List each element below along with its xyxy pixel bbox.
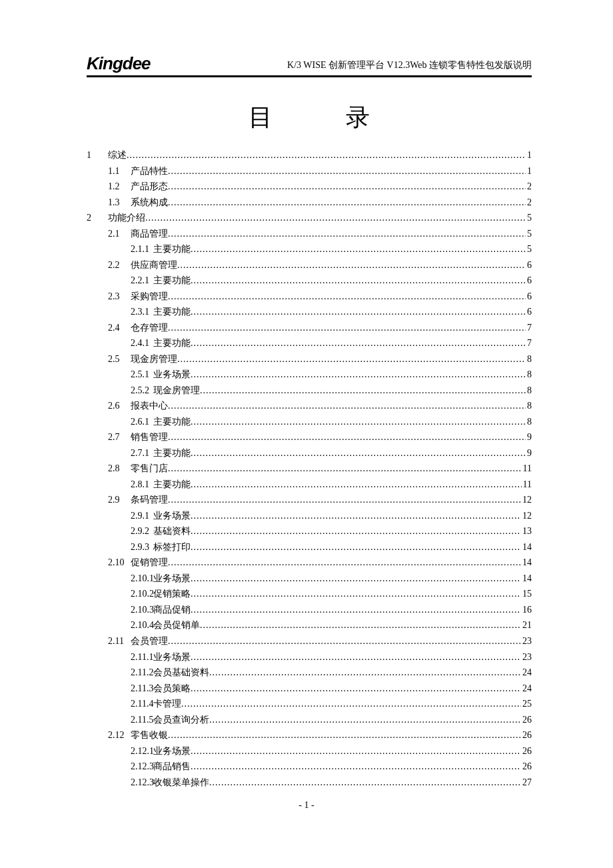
toc-leader-dots (168, 727, 521, 743)
toc-subsection-num: 2.9.3 (87, 539, 153, 555)
toc-leader-dots (191, 335, 526, 351)
toc-leader-dots (168, 289, 526, 305)
toc-label: 供应商管理 (131, 257, 177, 273)
toc-row: 2.12.3收银菜单操作27 (87, 775, 532, 791)
toc-subsection-num: 2.12.3 (87, 775, 153, 791)
toc-label: 产品特性 (131, 163, 168, 179)
toc-row: 2.10促销管理14 (87, 555, 532, 571)
toc-label: 主要功能 (153, 304, 191, 320)
toc-row: 2功能介绍5 (87, 210, 532, 226)
toc-label: 报表中心 (131, 398, 168, 414)
toc-leader-dots (168, 179, 526, 195)
toc-row: 2.1.1主要功能5 (87, 241, 532, 257)
toc-row: 2.11.3会员策略24 (87, 681, 532, 697)
toc-page-num: 1 (526, 163, 532, 179)
toc-row: 1综述1 (87, 147, 532, 163)
toc-label: 业务场景 (153, 743, 191, 759)
toc-label: 零售收银 (131, 727, 168, 743)
toc-page-num: 9 (526, 429, 532, 445)
toc-row: 2.3采购管理6 (87, 289, 532, 305)
toc-row: 2.6报表中心8 (87, 398, 532, 414)
toc-label: 会员查询分析 (153, 712, 209, 728)
toc-section-num: 2.11 (87, 633, 131, 649)
toc-label: 条码管理 (131, 492, 168, 508)
toc-page-num: 26 (521, 759, 532, 775)
page-footer: - 1 - (0, 800, 613, 811)
toc-page-num: 8 (526, 398, 532, 414)
toc-row: 2.10.1业务场景14 (87, 571, 532, 587)
toc-page-num: 14 (521, 571, 532, 587)
toc-section-num: 2.12 (87, 727, 131, 743)
toc-chapter-num: 1 (87, 147, 108, 163)
toc-subsection-num: 2.12.1 (87, 743, 153, 759)
toc-row: 2.2供应商管理6 (87, 257, 532, 273)
toc-section-num: 2.3 (87, 289, 131, 305)
toc-page-num: 26 (521, 727, 532, 743)
toc-subsection-num: 2.5.1 (87, 367, 153, 383)
toc-page-num: 16 (521, 602, 532, 618)
toc-page-num: 2 (526, 179, 532, 195)
toc-leader-dots (168, 195, 526, 211)
toc-row: 2.11.1业务场景23 (87, 649, 532, 665)
toc-label: 主要功能 (153, 414, 191, 430)
toc-row: 2.1商品管理5 (87, 226, 532, 242)
toc-label: 基础资料 (153, 523, 191, 539)
toc-title: 目录 (87, 101, 532, 134)
toc-row: 2.6.1主要功能8 (87, 414, 532, 430)
toc-label: 卡管理 (153, 696, 181, 712)
toc-row: 2.5现金房管理8 (87, 351, 532, 367)
toc-leader-dots (168, 492, 521, 508)
toc-page-num: 1 (526, 147, 532, 163)
toc-page-num: 25 (521, 696, 532, 712)
toc-leader-dots (191, 414, 526, 430)
toc-label: 销售管理 (131, 429, 168, 445)
toc-leader-dots (168, 163, 526, 179)
toc-row: 2.9.2基础资料13 (87, 523, 532, 539)
toc-leader-dots (168, 429, 526, 445)
toc-subsection-num: 2.11.4 (87, 696, 153, 712)
toc-leader-dots (191, 759, 521, 775)
toc-page-num: 8 (526, 383, 532, 399)
table-of-contents: 1综述11.1产品特性11.2产品形态21.3系统构成22功能介绍52.1商品管… (87, 147, 532, 790)
toc-leader-dots (191, 477, 522, 493)
toc-label: 产品形态 (131, 179, 168, 195)
toc-leader-dots (168, 555, 521, 571)
toc-row: 2.4.1主要功能7 (87, 335, 532, 351)
toc-page-num: 14 (521, 555, 532, 571)
toc-page-num: 6 (526, 289, 532, 305)
toc-leader-dots (168, 320, 526, 336)
toc-leader-dots (191, 367, 526, 383)
toc-page-num: 23 (521, 649, 532, 665)
toc-label: 零售门店 (131, 461, 168, 477)
toc-row: 2.10.4会员促销单21 (87, 617, 532, 633)
toc-page-num: 5 (526, 226, 532, 242)
toc-leader-dots (168, 633, 521, 649)
toc-leader-dots (177, 257, 526, 273)
toc-label: 会员策略 (153, 681, 191, 697)
toc-section-num: 1.2 (87, 179, 131, 195)
toc-row: 1.1产品特性1 (87, 163, 532, 179)
toc-label: 现金房管理 (131, 351, 177, 367)
toc-subsection-num: 2.11.1 (87, 649, 153, 665)
toc-leader-dots (200, 383, 526, 399)
toc-subsection-num: 2.2.1 (87, 273, 153, 289)
toc-section-num: 2.10 (87, 555, 131, 571)
toc-leader-dots (191, 508, 521, 524)
toc-page-num: 8 (526, 351, 532, 367)
toc-row: 2.12零售收银26 (87, 727, 532, 743)
toc-row: 2.7.1主要功能9 (87, 445, 532, 461)
toc-label: 采购管理 (131, 289, 168, 305)
toc-row: 2.7销售管理9 (87, 429, 532, 445)
toc-leader-dots (181, 696, 521, 712)
toc-row: 2.5.1业务场景8 (87, 367, 532, 383)
toc-page-num: 6 (526, 257, 532, 273)
toc-row: 2.9.3标签打印14 (87, 539, 532, 555)
toc-label: 主要功能 (153, 477, 191, 493)
title-char-1: 目 (249, 104, 273, 131)
toc-subsection-num: 2.8.1 (87, 477, 153, 493)
title-char-2: 录 (346, 104, 370, 131)
toc-page-num: 26 (521, 743, 532, 759)
toc-page-num: 21 (521, 617, 532, 633)
toc-leader-dots (191, 445, 526, 461)
toc-leader-dots (191, 649, 521, 665)
